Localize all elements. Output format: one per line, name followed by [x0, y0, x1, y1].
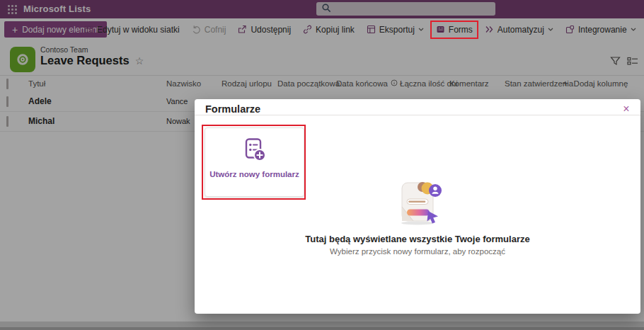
forms-dialog: Formularze × Utwórz nowy formularz [195, 99, 640, 314]
forms-empty-state: Tutaj będą wyświetlane wszystkie Twoje f… [195, 178, 640, 256]
create-new-form-label: Utwórz nowy formularz [209, 170, 299, 178]
new-form-icon [241, 137, 268, 163]
dialog-header: Formularze × [195, 99, 640, 115]
forms-empty-illustration [386, 178, 449, 225]
empty-state-heading: Tutaj będą wyświetlane wszystkie Twoje f… [195, 234, 640, 244]
empty-state-subtext: Wybierz przycisk nowy formularz, aby roz… [195, 247, 640, 256]
close-icon[interactable]: × [619, 102, 633, 116]
dialog-title: Formularze [205, 99, 260, 115]
microsoft-lists-window: Microsoft Lists + Dodaj nowy element Edy… [0, 0, 644, 330]
